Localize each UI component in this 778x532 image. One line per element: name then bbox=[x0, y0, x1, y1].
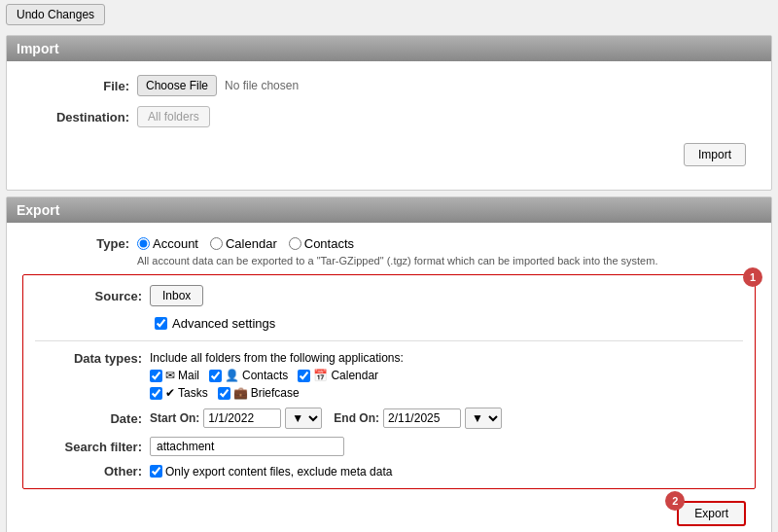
badge-1: 1 bbox=[743, 267, 762, 287]
type-calendar-label: Calendar bbox=[226, 236, 277, 251]
other-row: Other: Only export content files, exclud… bbox=[35, 464, 743, 479]
export-button[interactable]: Export bbox=[677, 501, 746, 526]
type-account[interactable]: Account bbox=[137, 236, 198, 251]
source-row: Source: Inbox bbox=[35, 285, 743, 306]
end-on-group: End On: ▼ bbox=[334, 408, 502, 429]
source-box: 1 Source: Inbox Advanced settings Data t… bbox=[22, 274, 756, 489]
export-footer: 2 Export bbox=[22, 495, 756, 532]
advanced-settings-label: Advanced settings bbox=[172, 316, 275, 331]
start-on-label: Start On: bbox=[150, 411, 199, 425]
calendar-label: Calendar bbox=[331, 369, 378, 382]
contacts-icon: 👤 bbox=[225, 369, 239, 382]
contacts-checkbox[interactable] bbox=[209, 370, 222, 382]
calendar-checkbox[interactable] bbox=[298, 370, 310, 382]
briefcase-checkbox[interactable] bbox=[218, 387, 230, 400]
end-on-input[interactable] bbox=[383, 408, 461, 428]
tasks-label: Tasks bbox=[178, 386, 208, 400]
other-checkbox[interactable] bbox=[150, 465, 162, 478]
type-label: Type: bbox=[22, 236, 129, 251]
checkbox-group-1: ✉ Mail 👤 Contacts 📅 Cale bbox=[150, 369, 404, 382]
source-inbox-button[interactable]: Inbox bbox=[150, 285, 203, 306]
type-calendar[interactable]: Calendar bbox=[210, 236, 277, 251]
type-contacts-radio[interactable] bbox=[289, 237, 301, 250]
source-wrapper: 1 Source: Inbox Advanced settings Data t… bbox=[22, 274, 756, 489]
calendar-icon: 📅 bbox=[313, 369, 328, 382]
start-on-input[interactable] bbox=[203, 408, 281, 428]
end-on-select[interactable]: ▼ bbox=[465, 408, 502, 429]
tasks-checkbox[interactable] bbox=[150, 387, 162, 400]
hint-text: All account data can be exported to a "T… bbox=[137, 255, 756, 266]
contacts-checkbox-item[interactable]: 👤 Contacts bbox=[209, 369, 288, 382]
export-header: Export bbox=[7, 197, 771, 223]
import-body: File: Choose File No file chosen Destina… bbox=[7, 61, 771, 190]
contacts-label: Contacts bbox=[242, 369, 288, 382]
search-filter-row: Search filter: bbox=[35, 437, 743, 456]
type-options: Account Calendar Contacts bbox=[137, 236, 354, 251]
type-account-label: Account bbox=[153, 236, 198, 251]
date-row: Date: Start On: ▼ End On: ▼ bbox=[35, 408, 743, 429]
export-button-wrapper: 2 Export bbox=[677, 501, 746, 526]
destination-label: Destination: bbox=[22, 110, 129, 124]
source-label: Source: bbox=[35, 289, 142, 303]
briefcase-label: Briefcase bbox=[251, 386, 300, 400]
tasks-icon: ✔ bbox=[165, 386, 175, 400]
start-on-group: Start On: ▼ bbox=[150, 408, 322, 429]
type-account-radio[interactable] bbox=[137, 237, 150, 250]
import-header: Import bbox=[7, 36, 771, 61]
data-types-label: Data types: bbox=[35, 351, 142, 366]
tasks-checkbox-item[interactable]: ✔ Tasks bbox=[150, 386, 208, 400]
other-checkbox-item[interactable]: Only export content files, exclude meta … bbox=[150, 465, 392, 479]
search-filter-input[interactable] bbox=[150, 437, 344, 456]
file-row: File: Choose File No file chosen bbox=[22, 75, 756, 96]
top-bar: Undo Changes bbox=[0, 0, 778, 29]
destination-button[interactable]: All folders bbox=[137, 106, 210, 127]
import-button[interactable]: Import bbox=[684, 143, 746, 166]
mail-checkbox-item[interactable]: ✉ Mail bbox=[150, 369, 199, 382]
date-label: Date: bbox=[35, 411, 142, 426]
briefcase-icon: 💼 bbox=[233, 386, 248, 400]
calendar-checkbox-item[interactable]: 📅 Calendar bbox=[298, 369, 378, 382]
other-checkbox-label: Only export content files, exclude meta … bbox=[165, 465, 392, 479]
destination-row: Destination: All folders bbox=[22, 106, 756, 127]
data-types-description: Include all folders from the following a… bbox=[150, 351, 404, 365]
start-on-select[interactable]: ▼ bbox=[285, 408, 322, 429]
end-on-label: End On: bbox=[334, 411, 379, 425]
type-row: Type: Account Calendar Contacts bbox=[22, 236, 756, 251]
type-contacts[interactable]: Contacts bbox=[289, 236, 354, 251]
file-label: File: bbox=[22, 79, 129, 93]
checkbox-group-2: ✔ Tasks 💼 Briefcase bbox=[150, 386, 404, 400]
data-types-content: Include all folders from the following a… bbox=[150, 351, 404, 400]
mail-icon: ✉ bbox=[165, 369, 175, 382]
choose-file-button[interactable]: Choose File bbox=[137, 75, 217, 96]
type-contacts-label: Contacts bbox=[304, 236, 354, 251]
advanced-settings-checkbox[interactable] bbox=[155, 317, 167, 330]
advanced-settings-row: Advanced settings bbox=[35, 316, 743, 341]
no-file-text: No file chosen bbox=[225, 79, 299, 92]
mail-label: Mail bbox=[178, 369, 199, 382]
data-types-row: Data types: Include all folders from the… bbox=[35, 351, 743, 400]
briefcase-checkbox-item[interactable]: 💼 Briefcase bbox=[218, 386, 300, 400]
other-label: Other: bbox=[35, 464, 142, 479]
search-filter-label: Search filter: bbox=[35, 440, 142, 454]
import-section: Import File: Choose File No file chosen … bbox=[6, 35, 772, 191]
export-body: Type: Account Calendar Contacts All acco… bbox=[7, 223, 771, 532]
mail-checkbox[interactable] bbox=[150, 370, 162, 382]
export-section: Export Type: Account Calendar Contacts A… bbox=[6, 196, 772, 532]
undo-changes-button[interactable]: Undo Changes bbox=[6, 4, 105, 25]
type-calendar-radio[interactable] bbox=[210, 237, 223, 250]
import-button-row: Import bbox=[22, 137, 756, 176]
